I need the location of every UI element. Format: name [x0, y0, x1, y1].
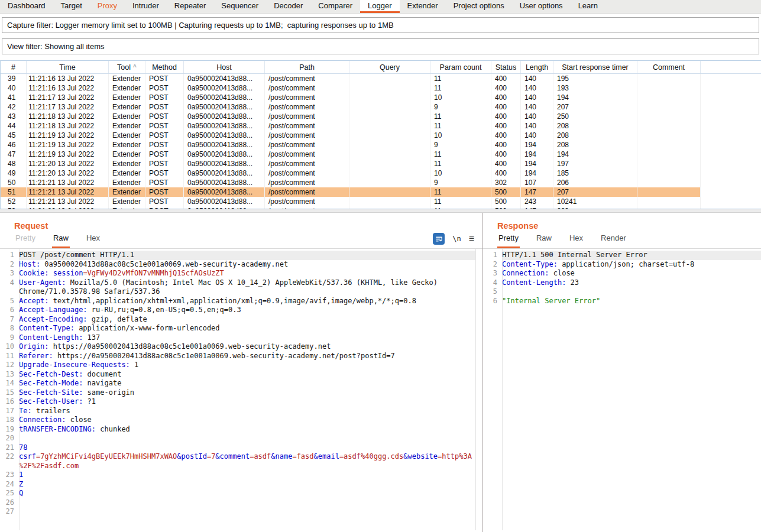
request-tab-pretty[interactable]: Pretty [14, 233, 37, 248]
cell-param_count: 11 [430, 159, 491, 168]
menu-tab-user-options[interactable]: User options [512, 0, 571, 13]
menu-tab-extender[interactable]: Extender [400, 0, 446, 13]
cell-status: 400 [491, 83, 521, 93]
line-content: Content-Type: application/json; charset=… [502, 260, 761, 270]
column-header-query[interactable]: Query [349, 61, 430, 73]
editor-menu-icon[interactable]: ≡ [469, 234, 474, 244]
newline-display-icon[interactable]: \n [452, 235, 461, 243]
cell-tool: Extender [109, 131, 145, 140]
line-number: 22 [0, 452, 19, 471]
cell-id: 47 [1, 150, 27, 159]
table-row[interactable]: 4411:21:18 13 Jul 2022ExtenderPOST0a9500… [1, 121, 701, 131]
cell-comment [637, 83, 701, 93]
line-number: 15 [0, 388, 19, 398]
table-row[interactable]: 4711:21:19 13 Jul 2022ExtenderPOST0a9500… [1, 150, 701, 159]
cell-query [349, 159, 430, 168]
menu-tab-target[interactable]: Target [53, 0, 90, 13]
table-row[interactable]: 3911:21:16 13 Jul 2022ExtenderPOST0a9500… [1, 74, 701, 83]
table-row[interactable]: 4811:21:20 13 Jul 2022ExtenderPOST0a9500… [1, 159, 701, 168]
column-header-start-response-timer[interactable]: Start response timer [553, 61, 637, 73]
response-editor[interactable]: 1HTTP/1.1 500 Internal Server Error2Cont… [483, 249, 761, 530]
table-row[interactable]: 4311:21:18 13 Jul 2022ExtenderPOST0a9500… [1, 112, 701, 121]
editor-line: 5Accept: text/html,application/xhtml+xml… [0, 297, 475, 306]
menu-tab-dashboard[interactable]: Dashboard [0, 0, 53, 13]
view-filter-bar[interactable]: View filter: Showing all items [2, 38, 759, 54]
column-header-path[interactable]: Path [265, 61, 349, 73]
cell-param_count: 11 [430, 197, 491, 206]
column-header-filler [701, 61, 761, 73]
cell-status: 400 [491, 74, 521, 83]
line-content: csrf=7gYzhMCiFvi4gBEyUEEk7HmHSHM7xWAO&po… [19, 452, 475, 471]
column-header-label: Time [59, 63, 75, 72]
cell-query [349, 121, 430, 131]
column-header-param-count[interactable]: Param count [430, 61, 491, 73]
column-header-status[interactable]: Status [491, 61, 521, 73]
cell-tool: Extender [109, 159, 145, 168]
request-tab-raw[interactable]: Raw [52, 233, 70, 248]
column-header-host[interactable]: Host [184, 61, 265, 73]
menu-tab-sequencer[interactable]: Sequencer [213, 0, 266, 13]
menu-tab-learn[interactable]: Learn [571, 0, 605, 13]
table-row[interactable]: 4211:21:17 13 Jul 2022ExtenderPOST0a9500… [1, 102, 701, 112]
column-header-length[interactable]: Length [521, 61, 553, 73]
line-number: 3 [483, 269, 502, 278]
request-editor[interactable]: 1POST /post/comment HTTP/1.12Host: 0a950… [0, 249, 476, 530]
cell-comment [637, 121, 701, 131]
cell-start_response_timer: 193 [553, 83, 637, 93]
cell-host: 0a9500020413d88... [184, 187, 265, 197]
table-row[interactable]: 4911:21:20 13 Jul 2022ExtenderPOST0a9500… [1, 168, 701, 178]
sort-ascending-icon: ^ [133, 64, 137, 70]
line-content: "Internal Server Error" [502, 297, 761, 306]
line-content [19, 498, 475, 508]
table-row[interactable]: 5011:21:21 13 Jul 2022ExtenderPOST0a9500… [1, 178, 701, 187]
menu-tab-project-options[interactable]: Project options [446, 0, 512, 13]
cell-method: POST [145, 159, 184, 168]
column-header-tool[interactable]: Tool^ [109, 61, 145, 73]
table-row[interactable]: 4011:21:16 13 Jul 2022ExtenderPOST0a9500… [1, 83, 701, 93]
cell-method: POST [145, 83, 184, 93]
editor-line: 26 [0, 498, 475, 508]
menu-tab-proxy[interactable]: Proxy [90, 0, 125, 13]
line-number: 8 [0, 324, 19, 333]
table-row[interactable]: 4111:21:17 13 Jul 2022ExtenderPOST0a9500… [1, 93, 701, 102]
log-table: #TimeTool^MethodHostPathQueryParam count… [0, 60, 761, 209]
response-tab-hex[interactable]: Hex [568, 233, 584, 248]
table-row[interactable]: 4511:21:19 13 Jul 2022ExtenderPOST0a9500… [1, 131, 701, 140]
cell-length: 140 [521, 83, 553, 93]
response-tab-raw[interactable]: Raw [535, 233, 553, 248]
editor-line: 15Sec-Fetch-Site: same-origin [0, 388, 475, 398]
response-tab-render[interactable]: Render [600, 233, 627, 248]
line-number: 9 [0, 333, 19, 343]
menu-tab-intruder[interactable]: Intruder [125, 0, 167, 13]
message-editors: Request PrettyRawHex \n ≡ 1POST /post/co… [0, 213, 761, 532]
editor-line: 3Connection: close [483, 269, 761, 278]
cell-query [349, 93, 430, 102]
column-header-method[interactable]: Method [145, 61, 184, 73]
capture-filter-bar[interactable]: Capture filter: Logger memory limit set … [2, 17, 759, 33]
response-tab-pretty[interactable]: Pretty [497, 233, 520, 248]
menu-tab-repeater[interactable]: Repeater [167, 0, 213, 13]
table-row[interactable]: 5111:21:21 13 Jul 2022ExtenderPOST0a9500… [1, 187, 701, 197]
table-row[interactable]: 5211:21:21 13 Jul 2022ExtenderPOST0a9500… [1, 197, 701, 206]
cell-method: POST [145, 121, 184, 131]
menu-tab-comparer[interactable]: Comparer [310, 0, 360, 13]
cell-path: /post/comment [265, 159, 349, 168]
column-header-time[interactable]: Time [27, 61, 109, 73]
table-row[interactable]: 4611:21:19 13 Jul 2022ExtenderPOST0a9500… [1, 140, 701, 150]
soft-word-wrap-icon[interactable] [433, 233, 445, 245]
cell-tool: Extender [109, 74, 145, 83]
line-content: 78 [19, 443, 475, 453]
column-header-comment[interactable]: Comment [637, 61, 701, 73]
line-number: 25 [0, 489, 19, 498]
menu-tab-decoder[interactable]: Decoder [266, 0, 310, 13]
request-tab-hex[interactable]: Hex [85, 233, 101, 248]
cell-comment [637, 93, 701, 102]
cell-comment [637, 187, 701, 197]
cell-method: POST [145, 112, 184, 121]
editor-line: 24Z [0, 480, 475, 489]
cell-status: 400 [491, 150, 521, 159]
menu-tab-logger[interactable]: Logger [360, 0, 399, 13]
editor-line: 14Sec-Fetch-Mode: navigate [0, 379, 475, 388]
column-header-[interactable]: # [1, 61, 27, 73]
editor-line: 7Accept-Encoding: gzip, deflate [0, 315, 475, 325]
